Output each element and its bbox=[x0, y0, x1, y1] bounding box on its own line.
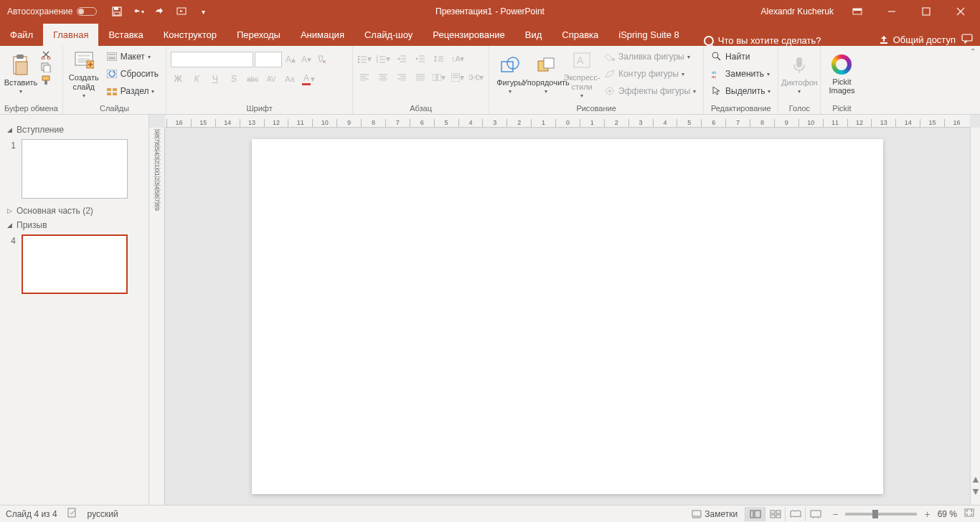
decrease-font-icon[interactable]: A▾ bbox=[299, 52, 314, 67]
section-button[interactable]: Раздел▾ bbox=[103, 83, 161, 99]
tab-review[interactable]: Рецензирование bbox=[423, 24, 514, 46]
slide-canvas[interactable] bbox=[252, 139, 883, 494]
section-intro[interactable]: ◢Вступление bbox=[7, 125, 141, 135]
tell-me-search[interactable]: Что вы хотите сделать? bbox=[704, 35, 821, 46]
language-indicator[interactable]: русский bbox=[88, 509, 118, 519]
format-painter-icon[interactable] bbox=[40, 75, 52, 86]
align-left-icon[interactable] bbox=[357, 70, 372, 85]
align-right-icon[interactable] bbox=[395, 70, 409, 85]
align-text-icon[interactable]: ▾ bbox=[451, 70, 465, 85]
bold-button[interactable]: Ж bbox=[171, 72, 185, 86]
zoom-in-icon[interactable]: + bbox=[924, 508, 930, 520]
ribbon-display-icon[interactable] bbox=[847, 4, 868, 19]
prev-slide-icon[interactable]: ⯅ bbox=[972, 475, 979, 485]
cut-icon[interactable] bbox=[40, 49, 52, 60]
slide-thumb-4[interactable]: 4 bbox=[7, 234, 141, 294]
minimize-icon[interactable] bbox=[881, 4, 903, 19]
qat-customize-icon[interactable]: ▾ bbox=[197, 6, 209, 17]
next-slide-icon[interactable]: ⯆ bbox=[972, 486, 979, 496]
font-size-input[interactable] bbox=[255, 52, 282, 67]
tab-slideshow[interactable]: Слайд-шоу bbox=[354, 24, 423, 46]
shadow-button[interactable]: S bbox=[227, 72, 241, 86]
user-name[interactable]: Alexandr Kucheruk bbox=[761, 6, 834, 16]
section-cta[interactable]: ◢Призыв bbox=[7, 220, 141, 230]
italic-button[interactable]: К bbox=[189, 72, 204, 86]
slideshow-view-icon[interactable] bbox=[805, 507, 825, 521]
numbering-icon[interactable]: 123▾ bbox=[376, 52, 390, 66]
change-case-icon[interactable]: Aa bbox=[283, 72, 297, 86]
new-slide-button[interactable]: Создать слайд ▾ bbox=[67, 49, 100, 99]
fit-to-window-icon[interactable] bbox=[964, 508, 974, 519]
slide-counter[interactable]: Слайд 4 из 4 bbox=[6, 509, 57, 519]
quick-styles-button[interactable]: A Экспресс-стили▾ bbox=[565, 49, 598, 99]
slide-thumbnail[interactable] bbox=[22, 139, 128, 199]
vertical-ruler[interactable]: 9876543210123456789 bbox=[149, 128, 165, 505]
columns-icon[interactable]: ▾ bbox=[432, 70, 446, 85]
vertical-scrollbar[interactable]: ⯅ ⯆ bbox=[970, 128, 980, 505]
close-icon[interactable] bbox=[950, 4, 971, 19]
tab-file[interactable]: Файл bbox=[0, 24, 43, 46]
bullets-icon[interactable]: ▾ bbox=[357, 52, 372, 66]
reset-button[interactable]: Сбросить bbox=[103, 66, 161, 82]
zoom-out-icon[interactable]: − bbox=[832, 508, 838, 520]
collapse-ribbon-icon[interactable]: ⌃ bbox=[970, 47, 976, 55]
find-button[interactable]: Найти bbox=[708, 49, 773, 65]
slide-thumbnail-panel[interactable]: ◢Вступление 1 ▷Основная часть (2) ◢Призы… bbox=[0, 115, 149, 505]
arrange-button[interactable]: Упорядочить▾ bbox=[529, 49, 562, 99]
increase-font-icon[interactable]: A▴ bbox=[283, 52, 298, 67]
zoom-slider[interactable] bbox=[845, 513, 917, 516]
copy-icon[interactable] bbox=[40, 62, 52, 73]
decrease-indent-icon[interactable] bbox=[395, 52, 409, 66]
zoom-level[interactable]: 69 % bbox=[938, 509, 957, 519]
undo-icon[interactable]: ▾ bbox=[133, 6, 144, 17]
replace-button[interactable]: abacЗаменить▾ bbox=[708, 66, 773, 82]
sorter-view-icon[interactable] bbox=[765, 507, 785, 521]
spellcheck-icon[interactable] bbox=[67, 508, 77, 520]
tab-insert[interactable]: Вставка bbox=[98, 24, 153, 46]
redo-icon[interactable] bbox=[154, 6, 166, 17]
shape-outline-button[interactable]: Контур фигуры▾ bbox=[601, 66, 699, 82]
group-voice: Диктофон▾ Голос bbox=[778, 46, 821, 114]
tab-transitions[interactable]: Переходы bbox=[227, 24, 291, 46]
share-button[interactable]: Общий доступ bbox=[879, 34, 956, 45]
reading-view-icon[interactable] bbox=[785, 507, 805, 521]
tab-ispring[interactable]: iSpring Suite 8 bbox=[608, 24, 689, 46]
slide-thumbnail-active[interactable] bbox=[22, 234, 128, 294]
line-spacing-icon[interactable] bbox=[432, 52, 446, 66]
text-direction-icon[interactable]: ↕A▾ bbox=[451, 52, 465, 66]
font-family-input[interactable] bbox=[171, 52, 253, 67]
shape-fill-button[interactable]: Заливка фигуры▾ bbox=[601, 49, 699, 65]
shapes-button[interactable]: Фигуры▾ bbox=[494, 49, 527, 99]
justify-icon[interactable] bbox=[413, 70, 428, 85]
notes-button[interactable]: Заметки bbox=[692, 509, 738, 519]
smartart-icon[interactable]: ▾ bbox=[469, 70, 484, 85]
tab-view[interactable]: Вид bbox=[515, 24, 552, 46]
tab-home[interactable]: Главная bbox=[43, 24, 98, 46]
strikethrough-button[interactable]: abc bbox=[245, 72, 260, 86]
clear-formatting-icon[interactable] bbox=[315, 52, 329, 67]
start-from-beginning-icon[interactable] bbox=[176, 6, 187, 17]
comments-icon[interactable] bbox=[961, 34, 973, 46]
layout-button[interactable]: Макет▾ bbox=[103, 49, 161, 65]
paste-button[interactable]: Вставить ▾ bbox=[4, 49, 37, 99]
pickit-button[interactable]: Pickit Images bbox=[825, 49, 858, 99]
align-center-icon[interactable] bbox=[376, 70, 390, 85]
autosave-switch-icon[interactable] bbox=[77, 7, 97, 16]
tab-animations[interactable]: Анимация bbox=[291, 24, 354, 46]
shape-effects-button[interactable]: Эффекты фигуры▾ bbox=[601, 83, 699, 99]
dictate-button[interactable]: Диктофон▾ bbox=[783, 49, 816, 99]
tab-help[interactable]: Справка bbox=[552, 24, 608, 46]
horizontal-ruler[interactable]: 1615141312111098765432101234567891011121… bbox=[165, 115, 970, 128]
slide-thumb-1[interactable]: 1 bbox=[7, 139, 141, 199]
increase-indent-icon[interactable] bbox=[413, 52, 428, 66]
autosave-toggle[interactable]: Автосохранение bbox=[7, 6, 97, 16]
section-main[interactable]: ▷Основная часть (2) bbox=[7, 206, 141, 216]
save-icon[interactable] bbox=[111, 6, 123, 17]
tab-design[interactable]: Конструктор bbox=[154, 24, 227, 46]
normal-view-icon[interactable] bbox=[745, 507, 765, 521]
font-color-icon[interactable]: A▾ bbox=[301, 72, 316, 86]
maximize-icon[interactable] bbox=[915, 4, 937, 19]
character-spacing-icon[interactable]: AV bbox=[264, 72, 278, 86]
select-button[interactable]: Выделить▾ bbox=[708, 83, 773, 99]
underline-button[interactable]: Ч bbox=[208, 72, 222, 86]
